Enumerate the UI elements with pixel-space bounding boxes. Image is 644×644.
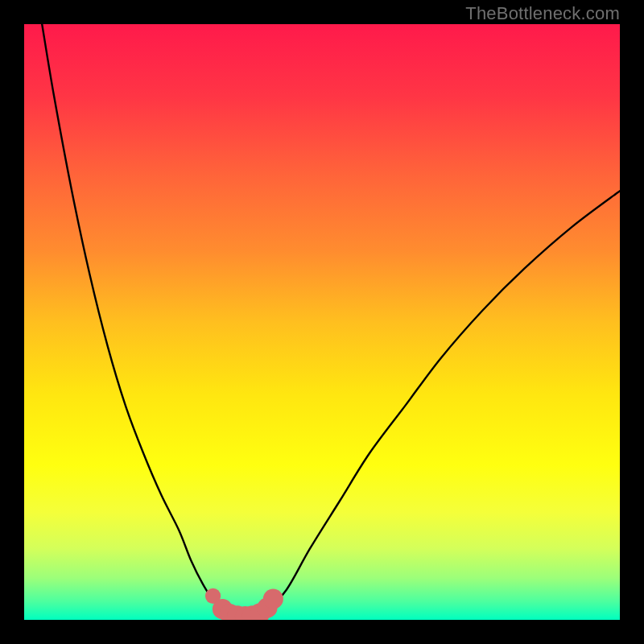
chart-curve-layer bbox=[24, 24, 620, 620]
chart-frame bbox=[24, 24, 620, 620]
valley-marker bbox=[263, 589, 283, 609]
bottleneck-curve bbox=[42, 24, 620, 617]
watermark-text: TheBottleneck.com bbox=[465, 3, 620, 24]
valley-marker-group bbox=[205, 588, 283, 620]
